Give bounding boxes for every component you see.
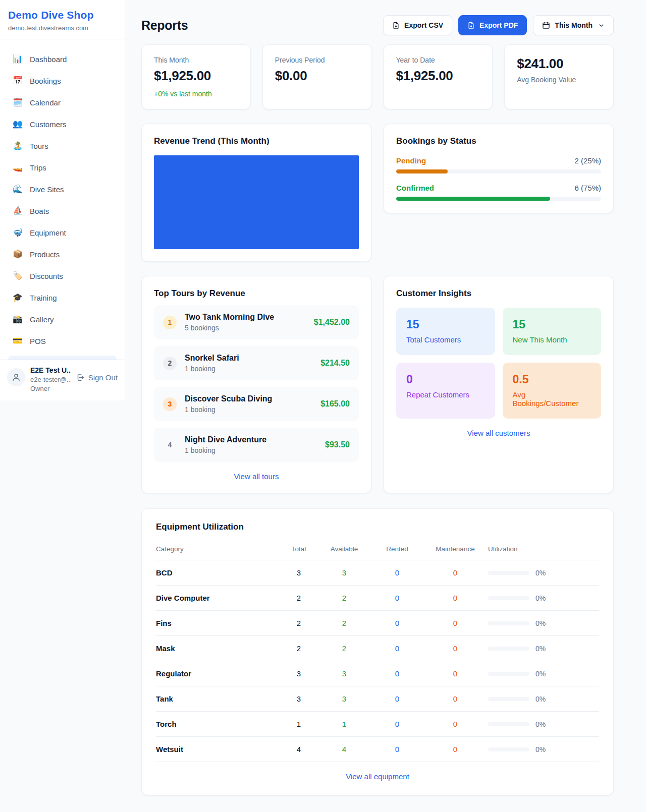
- sidebar-item-label: Discounts: [30, 272, 63, 280]
- tour-info: Night Dive Adventure 1 booking: [185, 435, 317, 454]
- equipment-available: 4: [316, 745, 372, 753]
- brand-domain: demo.test.divestreams.com: [8, 24, 117, 32]
- page: Demo Dive Shop demo.test.divestreams.com…: [0, 0, 646, 812]
- status-line: Pending 2 (25%): [396, 156, 601, 165]
- diving-mask-icon: 🤿: [12, 228, 23, 237]
- equipment-category: Dive Computer: [156, 594, 281, 602]
- equipment-utilization-cell: 0%: [488, 670, 599, 678]
- sidebar-item-label: Tours: [30, 142, 48, 150]
- view-all-customers-link[interactable]: View all customers: [396, 429, 601, 437]
- equipment-rented: 0: [372, 644, 422, 653]
- stat-value: $1,925.00: [154, 68, 238, 84]
- utilization-bar: [488, 647, 529, 651]
- export-pdf-label: Export PDF: [479, 21, 518, 29]
- equipment-category: Fins: [156, 619, 281, 627]
- equipment-total: 2: [281, 619, 316, 627]
- sidebar-item-dive-sites[interactable]: 🌊 Dive Sites: [4, 180, 121, 199]
- status-label: Confirmed: [396, 184, 434, 192]
- sidebar-item-pos[interactable]: 💳 POS: [4, 331, 121, 351]
- brand: Demo Dive Shop demo.test.divestreams.com: [0, 0, 125, 39]
- sidebar-nav: 📊 Dashboard 📅 Bookings 🗓️ Calendar 👥 Cus…: [0, 39, 125, 360]
- sailboat-icon: ⛵: [12, 207, 23, 215]
- stat-card-previous-period: Previous Period $0.00: [262, 44, 372, 109]
- tour-list-item[interactable]: 1 Two Tank Morning Dive 5 bookings $1,45…: [154, 305, 359, 339]
- avatar: [7, 368, 25, 386]
- island-icon: 🏝️: [12, 142, 23, 150]
- tour-rank-badge: 2: [163, 357, 177, 370]
- equipment-category: Tank: [156, 694, 281, 703]
- tour-info: Snorkel Safari 1 booking: [185, 354, 312, 373]
- sidebar-item-discounts[interactable]: 🏷️ Discounts: [4, 266, 121, 285]
- user-section: E2E Test U... e2e-tester@... Owner Sign …: [0, 360, 125, 400]
- sidebar-item-training[interactable]: 🎓 Training: [4, 288, 121, 307]
- equipment-rented: 0: [372, 720, 422, 728]
- speedboat-icon: 🚤: [12, 163, 23, 171]
- stats-row: This Month $1,925.00 +0% vs last month P…: [141, 44, 614, 109]
- person-icon: [12, 373, 21, 382]
- sidebar-item-customers[interactable]: 👥 Customers: [4, 114, 121, 134]
- sidebar-item-trips[interactable]: 🚤 Trips: [4, 158, 121, 177]
- equipment-rented: 0: [372, 669, 422, 678]
- equipment-maintenance: 0: [422, 720, 488, 728]
- utilization-percent: 0%: [535, 745, 546, 753]
- tour-name: Night Dive Adventure: [185, 435, 317, 444]
- sidebar-item-label: Training: [30, 294, 57, 302]
- revenue-trend-chart: [154, 155, 359, 249]
- sidebar-item-gallery[interactable]: 📸 Gallery: [4, 310, 121, 329]
- equipment-category: Mask: [156, 644, 281, 653]
- insight-tile: 15 Total Customers: [396, 308, 495, 355]
- page-header: Reports Export CSV Export PDF This Month: [141, 15, 614, 35]
- top-tours-card: Top Tours by Revenue 1 Two Tank Morning …: [141, 276, 371, 493]
- equipment-available: 2: [316, 619, 372, 627]
- insight-tiles: 15 Total Customers 15 New This Month 0 R…: [396, 308, 601, 419]
- status-line: Confirmed 6 (75%): [396, 184, 601, 192]
- stat-label: Previous Period: [275, 56, 359, 64]
- sign-out-icon: [76, 373, 85, 382]
- tour-list-item[interactable]: 3 Discover Scuba Diving 1 booking $165.0…: [154, 387, 359, 421]
- sidebar-item-dashboard[interactable]: 📊 Dashboard: [4, 49, 121, 69]
- insight-value: 15: [513, 318, 591, 331]
- sidebar-item-label: Products: [30, 250, 60, 259]
- user-name: E2E Test U...: [30, 366, 71, 374]
- column-header-rented: Rented: [372, 545, 422, 553]
- tour-list-item[interactable]: 2 Snorkel Safari 1 booking $214.50: [154, 346, 359, 380]
- export-csv-button[interactable]: Export CSV: [383, 15, 452, 35]
- sidebar-active-item-peek[interactable]: [8, 356, 117, 360]
- sidebar-item-bookings[interactable]: 📅 Bookings: [4, 71, 121, 90]
- sidebar-item-label: Dashboard: [30, 55, 67, 64]
- sign-out-label: Sign Out: [88, 373, 118, 382]
- customer-insights-card: Customer Insights 15 Total Customers 15 …: [384, 276, 614, 493]
- equipment-rented: 0: [372, 568, 422, 577]
- sign-out-button[interactable]: Sign Out: [76, 373, 118, 382]
- sidebar-item-label: Bookings: [30, 77, 61, 85]
- view-all-tours-link[interactable]: View all tours: [154, 472, 359, 481]
- sidebar-item-equipment[interactable]: 🤿 Equipment: [4, 223, 121, 242]
- status-value: 2 (25%): [574, 156, 601, 165]
- view-all-equipment-link[interactable]: View all equipment: [156, 772, 599, 781]
- stat-card-avg-booking-value: $241.00 Avg Booking Value: [504, 44, 614, 109]
- user-email: e2e-tester@...: [30, 376, 71, 383]
- equipment-maintenance: 0: [422, 594, 488, 602]
- user-meta: E2E Test U... e2e-tester@... Owner: [30, 366, 71, 392]
- equipment-available: 3: [316, 694, 372, 703]
- stat-label: Year to Date: [396, 56, 480, 64]
- status-row: Pending 2 (25%): [396, 156, 601, 173]
- file-download-icon: [392, 22, 400, 29]
- sidebar-item-calendar[interactable]: 🗓️ Calendar: [4, 93, 121, 112]
- sidebar-item-boats[interactable]: ⛵ Boats: [4, 201, 121, 220]
- equipment-utilization-cell: 0%: [488, 645, 599, 653]
- equipment-table: Category Total Available Rented Maintena…: [156, 539, 599, 762]
- equipment-utilization-card: Equipment Utilization Category Total Ava…: [141, 508, 614, 795]
- export-pdf-button[interactable]: Export PDF: [458, 15, 527, 35]
- column-header-utilization: Utilization: [488, 545, 599, 553]
- equipment-utilization-cell: 0%: [488, 569, 599, 577]
- equipment-table-row: Tank 3 3 0 0 0%: [156, 686, 599, 712]
- period-dropdown[interactable]: This Month: [533, 15, 614, 35]
- tour-list-item[interactable]: 4 Night Dive Adventure 1 booking $93.50: [154, 428, 359, 462]
- sidebar-item-tours[interactable]: 🏝️ Tours: [4, 136, 121, 155]
- file-download-icon: [467, 22, 475, 29]
- brand-name: Demo Dive Shop: [8, 9, 117, 21]
- equipment-available: 2: [316, 644, 372, 653]
- sidebar-item-products[interactable]: 📦 Products: [4, 245, 121, 264]
- tour-name: Discover Scuba Diving: [185, 394, 312, 403]
